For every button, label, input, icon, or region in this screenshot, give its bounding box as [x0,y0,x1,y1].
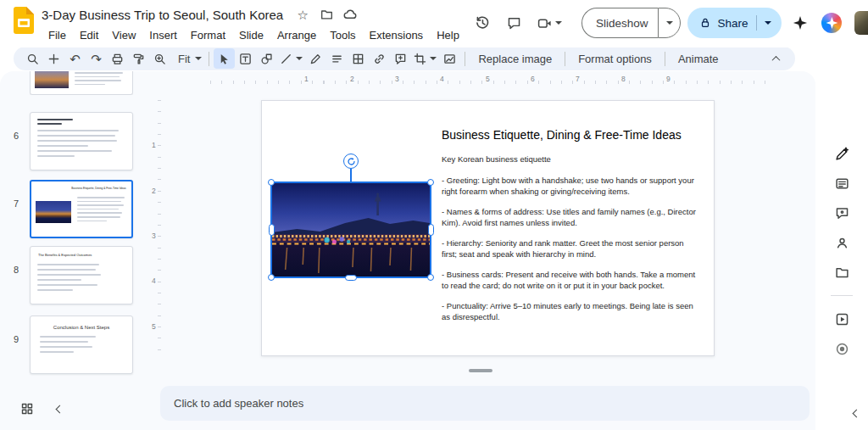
slideshow-button[interactable]: Slideshow [581,8,659,38]
contacts-panel-button[interactable] [827,232,856,254]
bullet-paragraph: - Greeting: Light bow with a handshake; … [442,175,698,197]
print-button[interactable] [107,48,128,69]
cloud-status-icon[interactable] [339,5,361,24]
thumbnail-photo [36,201,71,223]
line-tool-button[interactable] [277,48,305,69]
grid-view-icon [21,403,33,415]
align-lines-button[interactable] [326,48,348,69]
target-panel-button[interactable] [827,338,856,360]
resize-handle-sw[interactable] [268,274,275,281]
open-comments-button[interactable] [498,8,531,38]
folder-panel-button[interactable] [827,261,856,283]
bullet-paragraph: - Punctuality: Arrive 5–10 minutes early… [442,300,698,322]
new-slide-button[interactable] [43,48,64,69]
speaker-notes-input[interactable]: Click to add speaker notes [160,386,810,421]
slide-title-textbox[interactable]: Business Etiquette, Dining & Free-Time I… [442,127,711,142]
insert-link-button[interactable] [369,48,390,69]
pen-icon [309,53,322,65]
join-call-button[interactable] [531,8,570,38]
menu-edit[interactable]: Edit [73,27,105,43]
search-icon [26,53,39,65]
crop-button[interactable] [411,48,439,69]
table-button[interactable] [348,48,369,69]
zoom-in-icon [153,53,166,65]
format-options-button[interactable]: Format options [570,48,660,69]
share-button[interactable]: Share [687,8,782,38]
line-icon [280,53,292,65]
menu-tools[interactable]: Tools [323,27,362,43]
lock-icon [699,17,711,29]
slide-editing-surface[interactable]: Business Etiquette, Dining & Free-Time I… [261,100,715,356]
text-placeholder-lines [31,257,132,291]
menu-help[interactable]: Help [430,27,466,43]
toolbar-divider [565,52,565,66]
link-icon [373,53,386,65]
zoom-fit-dropdown[interactable]: Fit [170,48,204,69]
pen-tool-button[interactable] [305,48,326,69]
thumbnail-slide-9[interactable]: 9 Conclusion & Next Steps [30,316,133,374]
menu-slide[interactable]: Slide [232,27,270,43]
person-icon [835,236,849,250]
slides-home-button[interactable] [0,0,42,34]
image-icon [443,53,456,65]
resize-handle-east[interactable] [428,224,434,236]
replace-image-button[interactable]: Replace image [470,48,560,69]
zoom-button[interactable] [149,48,170,69]
shapes-button[interactable] [256,48,277,69]
resize-handle-ne[interactable] [427,179,434,186]
text-box-button[interactable] [235,48,256,69]
resize-handle-nw[interactable] [268,179,275,186]
rotate-handle[interactable] [343,154,359,169]
gemini-logo-icon[interactable] [821,13,842,33]
add-comment-button[interactable] [390,48,411,69]
zoom-fit-label: Fit [173,53,192,65]
image-button[interactable] [439,48,460,69]
resize-handle-west[interactable] [269,224,275,236]
collapse-filmstrip-button[interactable] [49,397,70,421]
star-icon[interactable]: ☆ [292,5,314,24]
version-history-button[interactable] [466,8,498,38]
slide-body-textbox[interactable]: Key Korean business etiquette - Greeting… [442,154,698,332]
ai-edit-button[interactable] [827,142,856,165]
select-tool-button[interactable] [214,48,235,69]
move-folder-icon[interactable] [315,5,337,24]
menu-insert[interactable]: Insert [142,27,184,43]
account-avatar[interactable] [854,11,868,35]
thumbnail-title: The Benefits & Expected Outcomes [31,247,117,257]
menu-view[interactable]: View [105,27,142,43]
rotation-stem [350,169,352,181]
menu-file[interactable]: File [42,27,73,43]
search-menus-button[interactable] [22,48,43,69]
undo-button[interactable]: ↶ [64,48,86,69]
collapse-side-panel-button[interactable] [848,405,865,422]
menu-extensions[interactable]: Extensions [363,27,431,43]
hide-menus-button[interactable] [765,48,787,69]
notes-resize-handle[interactable] [469,369,492,372]
slideshow-options-button[interactable] [658,8,681,38]
menu-arrange[interactable]: Arrange [270,27,323,43]
toolbar-divider [209,52,209,66]
animate-button[interactable]: Animate [670,48,727,69]
menu-bar: File Edit View Insert Format Slide Arran… [42,25,466,44]
slide-canvas-area: 1 2 3 4 5 6 7 8 9 1 2 3 4 5 Business Eti… [157,71,815,386]
top-actions: Slideshow Share [466,0,868,38]
thumbnail-slide-8[interactable]: 8 The Benefits & Expected Outcomes [30,246,133,304]
selected-image-seoul-skyline[interactable] [270,181,431,278]
gemini-sparkle-button[interactable] [787,8,814,38]
redo-button[interactable]: ↷ [86,48,107,69]
paint-format-button[interactable] [128,48,149,69]
grid-view-button[interactable] [15,397,39,421]
thumbnail-slide-5-partial[interactable] [30,71,133,95]
top-bar: 3-Day Business Trip to Seoul, South Kore… [0,0,868,47]
thumbnail-slide-7-selected[interactable]: 7 Business Etiquette, Dining & Free-Time… [30,180,133,238]
slideshow-panel-button[interactable] [827,308,856,330]
resize-handle-south[interactable] [345,275,357,281]
menu-format[interactable]: Format [184,27,232,43]
summary-panel-button[interactable] [827,172,856,194]
slide-subtitle: Key Korean business etiquette [442,154,698,165]
document-title[interactable]: 3-Day Business Trip to Seoul, South Kore… [42,8,283,22]
thumbnail-slide-6[interactable]: 6 [30,112,133,170]
resize-handle-se[interactable] [427,274,434,281]
comments-panel-button[interactable] [827,202,856,224]
print-icon [111,53,124,65]
